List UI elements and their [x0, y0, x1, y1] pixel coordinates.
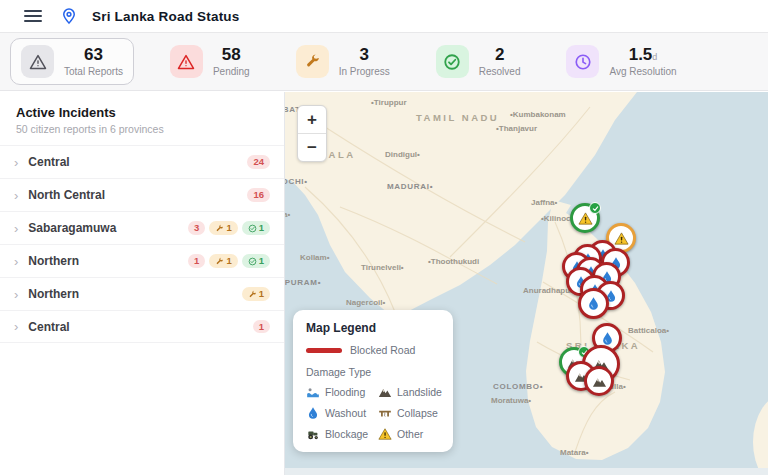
- page-title: Sri Lanka Road Status: [92, 9, 240, 24]
- resolved-value: 2: [495, 46, 504, 65]
- province-name: Sabaragamuwa: [28, 221, 116, 235]
- province-name: Northern: [28, 287, 79, 301]
- province-row-northern-2[interactable]: › Northern 1: [0, 277, 284, 310]
- map-zoom-control: + −: [297, 105, 327, 162]
- damage-type-label: Damage Type: [306, 366, 440, 378]
- flooding-icon: [306, 385, 320, 399]
- chevron-right-icon: ›: [14, 189, 18, 202]
- in-progress-value: 3: [359, 46, 368, 65]
- in-progress-count-badge: 1: [209, 254, 237, 268]
- province-row-central[interactable]: › Central 24: [0, 145, 284, 178]
- legend-item-label: Other: [397, 428, 423, 440]
- map-marker-washout[interactable]: [578, 288, 609, 319]
- stat-total-reports[interactable]: 63 Total Reports: [10, 38, 134, 85]
- blockage-icon: [306, 427, 320, 441]
- total-reports-value: 63: [84, 46, 103, 65]
- menu-icon[interactable]: [24, 10, 42, 22]
- avg-resolution-unit: d: [652, 52, 657, 62]
- wrench-icon: [296, 45, 329, 78]
- app-header: Sri Lanka Road Status: [0, 0, 768, 33]
- chevron-right-icon: ›: [14, 320, 18, 333]
- province-name: Central: [28, 320, 69, 334]
- panel-title: Active Incidents: [16, 105, 268, 120]
- landslide-icon: [378, 385, 392, 399]
- pending-label: Pending: [213, 66, 250, 77]
- clock-icon: [566, 45, 599, 78]
- province-name: Central: [28, 155, 69, 169]
- legend-item-label: Blockage: [325, 428, 368, 440]
- resolved-check-icon: [589, 202, 601, 214]
- province-row-north-central[interactable]: › North Central 16: [0, 178, 284, 211]
- washout-icon: [306, 406, 320, 420]
- province-name: North Central: [28, 188, 105, 202]
- in-progress-count-badge: 1: [242, 287, 270, 301]
- zoom-in-button[interactable]: +: [298, 106, 326, 133]
- warning-icon: [170, 45, 203, 78]
- chevron-right-icon: ›: [14, 255, 18, 268]
- pending-count-badge: 3: [188, 221, 205, 235]
- province-row-sabaragamuwa[interactable]: › Sabaragamuwa 3 1 1: [0, 211, 284, 244]
- zoom-out-button[interactable]: −: [298, 134, 326, 161]
- resolved-count-badge: 1: [242, 254, 270, 268]
- avg-resolution-value: 1.5: [629, 45, 653, 64]
- location-pin-icon: [60, 7, 78, 25]
- stat-in-progress[interactable]: 3 In Progress: [286, 39, 400, 84]
- check-circle-icon: [436, 45, 469, 78]
- map-bottom-strip: [285, 468, 768, 475]
- province-name: Northern: [28, 254, 79, 268]
- legend-item-label: Flooding: [325, 386, 365, 398]
- province-row-central-2[interactable]: › Central 1: [0, 310, 284, 343]
- stats-bar: 63 Total Reports 58 Pending 3 In Progres…: [0, 33, 768, 91]
- map-marker-other-resolved[interactable]: [570, 203, 600, 233]
- stat-resolved[interactable]: 2 Resolved: [426, 39, 531, 84]
- map-legend: Map Legend Blocked Road Damage Type Floo…: [293, 310, 453, 452]
- pending-count-badge: 16: [247, 188, 270, 202]
- map-marker-landslide[interactable]: [584, 366, 614, 396]
- chevron-right-icon: ›: [14, 156, 18, 169]
- blocked-road-label: Blocked Road: [350, 344, 415, 356]
- warning-icon: [21, 45, 54, 78]
- pending-value: 58: [222, 46, 241, 65]
- pending-count-badge: 1: [253, 320, 270, 334]
- active-incidents-panel: Active Incidents 50 citizen reports in 6…: [0, 92, 285, 475]
- resolved-count-badge: 1: [242, 221, 270, 235]
- stat-pending[interactable]: 58 Pending: [160, 39, 260, 84]
- total-reports-label: Total Reports: [64, 66, 123, 77]
- pending-count-badge: 1: [188, 254, 205, 268]
- chevron-right-icon: ›: [14, 222, 18, 235]
- chevron-right-icon: ›: [14, 288, 18, 301]
- collapse-icon: [378, 406, 392, 420]
- stat-avg-resolution[interactable]: 1.5d Avg Resolution: [556, 39, 686, 84]
- pending-count-badge: 24: [247, 155, 270, 169]
- in-progress-count-badge: 1: [209, 221, 237, 235]
- avg-resolution-label: Avg Resolution: [609, 66, 676, 77]
- legend-item-label: Landslide: [397, 386, 442, 398]
- resolved-label: Resolved: [479, 66, 521, 77]
- legend-title: Map Legend: [306, 321, 440, 335]
- province-row-northern[interactable]: › Northern 1 1 1: [0, 244, 284, 277]
- map-canvas[interactable]: •Tiruppur COIMBATORE• TAMIL NADU •Kumbak…: [285, 92, 768, 475]
- legend-item-label: Collapse: [397, 407, 438, 419]
- blocked-road-line: [306, 348, 342, 353]
- other-icon: [378, 427, 392, 441]
- legend-item-label: Washout: [325, 407, 366, 419]
- panel-subtitle: 50 citizen reports in 6 provinces: [16, 123, 268, 135]
- in-progress-label: In Progress: [339, 66, 390, 77]
